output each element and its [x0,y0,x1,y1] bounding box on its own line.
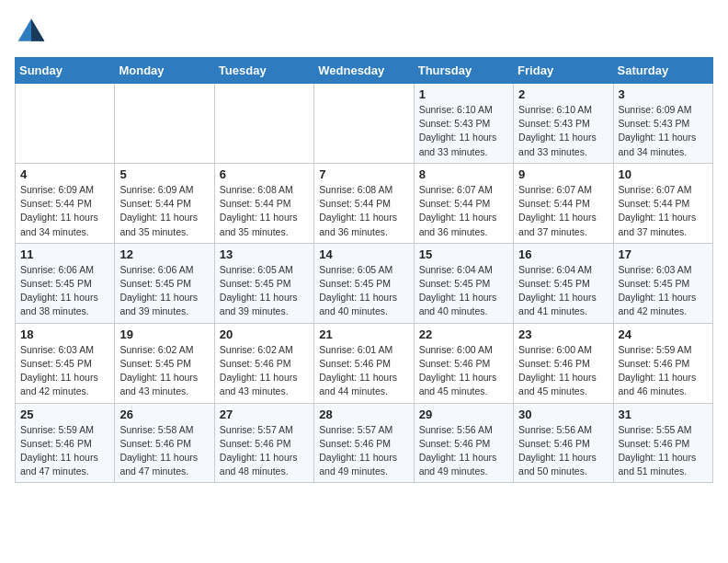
day-info: Sunrise: 6:06 AM Sunset: 5:45 PM Dayligh… [119,263,209,319]
day-info: Sunrise: 6:05 AM Sunset: 5:45 PM Dayligh… [220,263,309,319]
calendar-week-row: 25Sunrise: 5:59 AM Sunset: 5:46 PM Dayli… [16,403,713,483]
day-number: 19 [119,327,209,341]
day-number: 10 [619,167,708,181]
day-number: 16 [518,247,608,261]
calendar-table: SundayMondayTuesdayWednesdayThursdayFrid… [15,57,713,483]
day-info: Sunrise: 6:07 AM Sunset: 5:44 PM Dayligh… [518,183,608,239]
calendar-cell: 25Sunrise: 5:59 AM Sunset: 5:46 PM Dayli… [16,403,115,483]
calendar-body: 1Sunrise: 6:10 AM Sunset: 5:43 PM Daylig… [16,84,713,483]
day-info: Sunrise: 6:01 AM Sunset: 5:46 PM Dayligh… [319,343,408,399]
day-number: 20 [220,327,309,341]
day-number: 1 [419,87,508,101]
calendar-cell: 22Sunrise: 6:00 AM Sunset: 5:46 PM Dayli… [414,323,513,403]
day-of-week-header: Tuesday [214,58,313,84]
calendar-cell: 12Sunrise: 6:06 AM Sunset: 5:45 PM Dayli… [115,243,214,323]
logo [15,15,51,48]
day-of-week-header: Friday [514,58,613,84]
calendar-cell: 5Sunrise: 6:09 AM Sunset: 5:44 PM Daylig… [115,163,214,243]
day-of-week-header: Saturday [613,58,712,84]
day-number: 30 [518,408,608,421]
calendar-week-row: 11Sunrise: 6:06 AM Sunset: 5:45 PM Dayli… [16,243,713,323]
day-info: Sunrise: 6:05 AM Sunset: 5:45 PM Dayligh… [319,263,408,319]
day-info: Sunrise: 5:59 AM Sunset: 5:46 PM Dayligh… [619,343,708,399]
calendar-cell: 24Sunrise: 5:59 AM Sunset: 5:46 PM Dayli… [613,323,712,403]
calendar-cell: 14Sunrise: 6:05 AM Sunset: 5:45 PM Dayli… [314,243,414,323]
calendar-week-row: 18Sunrise: 6:03 AM Sunset: 5:45 PM Dayli… [16,323,713,403]
calendar-cell [16,84,115,164]
calendar-cell: 2Sunrise: 6:10 AM Sunset: 5:43 PM Daylig… [514,84,613,164]
calendar-cell: 20Sunrise: 6:02 AM Sunset: 5:46 PM Dayli… [214,323,313,403]
day-number: 15 [419,247,508,261]
day-number: 9 [518,167,608,181]
day-info: Sunrise: 6:02 AM Sunset: 5:45 PM Dayligh… [119,343,209,399]
day-info: Sunrise: 6:10 AM Sunset: 5:43 PM Dayligh… [419,103,508,159]
calendar-cell: 15Sunrise: 6:04 AM Sunset: 5:45 PM Dayli… [414,243,513,323]
day-header-row: SundayMondayTuesdayWednesdayThursdayFrid… [16,58,713,84]
day-number: 12 [119,247,209,261]
day-of-week-header: Monday [115,58,214,84]
day-number: 25 [20,408,109,421]
day-info: Sunrise: 6:00 AM Sunset: 5:46 PM Dayligh… [419,343,508,399]
calendar-cell [214,84,313,164]
day-info: Sunrise: 6:03 AM Sunset: 5:45 PM Dayligh… [20,343,109,399]
day-info: Sunrise: 6:02 AM Sunset: 5:46 PM Dayligh… [220,343,309,399]
calendar-cell: 26Sunrise: 5:58 AM Sunset: 5:46 PM Dayli… [115,403,214,483]
calendar-cell: 21Sunrise: 6:01 AM Sunset: 5:46 PM Dayli… [314,323,414,403]
day-info: Sunrise: 5:56 AM Sunset: 5:46 PM Dayligh… [419,423,508,479]
calendar-cell: 10Sunrise: 6:07 AM Sunset: 5:44 PM Dayli… [613,163,712,243]
day-info: Sunrise: 5:55 AM Sunset: 5:46 PM Dayligh… [619,423,708,479]
calendar-cell: 27Sunrise: 5:57 AM Sunset: 5:46 PM Dayli… [214,403,313,483]
calendar-cell: 8Sunrise: 6:07 AM Sunset: 5:44 PM Daylig… [414,163,513,243]
day-number: 24 [619,327,708,341]
day-number: 6 [220,167,309,181]
day-info: Sunrise: 6:07 AM Sunset: 5:44 PM Dayligh… [619,183,708,239]
calendar-cell [314,84,414,164]
day-info: Sunrise: 6:10 AM Sunset: 5:43 PM Dayligh… [518,103,608,159]
day-number: 7 [319,167,408,181]
day-info: Sunrise: 6:07 AM Sunset: 5:44 PM Dayligh… [419,183,508,239]
calendar-header: SundayMondayTuesdayWednesdayThursdayFrid… [16,58,713,84]
day-number: 4 [20,167,109,181]
day-of-week-header: Sunday [16,58,115,84]
day-info: Sunrise: 5:56 AM Sunset: 5:46 PM Dayligh… [518,423,608,479]
calendar-cell: 23Sunrise: 6:00 AM Sunset: 5:46 PM Dayli… [514,323,613,403]
day-number: 8 [419,167,508,181]
day-number: 17 [619,247,708,261]
calendar-cell: 7Sunrise: 6:08 AM Sunset: 5:44 PM Daylig… [314,163,414,243]
day-info: Sunrise: 6:08 AM Sunset: 5:44 PM Dayligh… [220,183,309,239]
calendar-cell: 16Sunrise: 6:04 AM Sunset: 5:45 PM Dayli… [514,243,613,323]
day-info: Sunrise: 5:57 AM Sunset: 5:46 PM Dayligh… [319,423,408,479]
day-number: 3 [619,87,708,101]
day-number: 21 [319,327,408,341]
page-header [15,15,713,48]
calendar-cell: 18Sunrise: 6:03 AM Sunset: 5:45 PM Dayli… [16,323,115,403]
day-info: Sunrise: 5:58 AM Sunset: 5:46 PM Dayligh… [119,423,209,479]
day-of-week-header: Thursday [414,58,513,84]
day-number: 14 [319,247,408,261]
calendar-cell: 31Sunrise: 5:55 AM Sunset: 5:46 PM Dayli… [613,403,712,483]
calendar-week-row: 1Sunrise: 6:10 AM Sunset: 5:43 PM Daylig… [16,84,713,164]
day-number: 23 [518,327,608,341]
day-number: 22 [419,327,508,341]
calendar-cell [115,84,214,164]
calendar-cell: 4Sunrise: 6:09 AM Sunset: 5:44 PM Daylig… [16,163,115,243]
day-number: 31 [619,408,708,421]
day-info: Sunrise: 6:08 AM Sunset: 5:44 PM Dayligh… [319,183,408,239]
day-info: Sunrise: 5:59 AM Sunset: 5:46 PM Dayligh… [20,423,109,479]
svg-marker-1 [31,19,44,41]
calendar-cell: 17Sunrise: 6:03 AM Sunset: 5:45 PM Dayli… [613,243,712,323]
day-number: 18 [20,327,109,341]
calendar-cell: 3Sunrise: 6:09 AM Sunset: 5:43 PM Daylig… [613,84,712,164]
calendar-cell: 9Sunrise: 6:07 AM Sunset: 5:44 PM Daylig… [514,163,613,243]
day-info: Sunrise: 6:09 AM Sunset: 5:44 PM Dayligh… [20,183,109,239]
day-info: Sunrise: 6:03 AM Sunset: 5:45 PM Dayligh… [619,263,708,319]
day-info: Sunrise: 6:04 AM Sunset: 5:45 PM Dayligh… [518,263,608,319]
day-number: 28 [319,408,408,421]
day-info: Sunrise: 6:09 AM Sunset: 5:44 PM Dayligh… [119,183,209,239]
day-info: Sunrise: 5:57 AM Sunset: 5:46 PM Dayligh… [220,423,309,479]
calendar-cell: 30Sunrise: 5:56 AM Sunset: 5:46 PM Dayli… [514,403,613,483]
logo-icon [15,15,48,48]
calendar-cell: 11Sunrise: 6:06 AM Sunset: 5:45 PM Dayli… [16,243,115,323]
calendar-week-row: 4Sunrise: 6:09 AM Sunset: 5:44 PM Daylig… [16,163,713,243]
day-of-week-header: Wednesday [314,58,414,84]
